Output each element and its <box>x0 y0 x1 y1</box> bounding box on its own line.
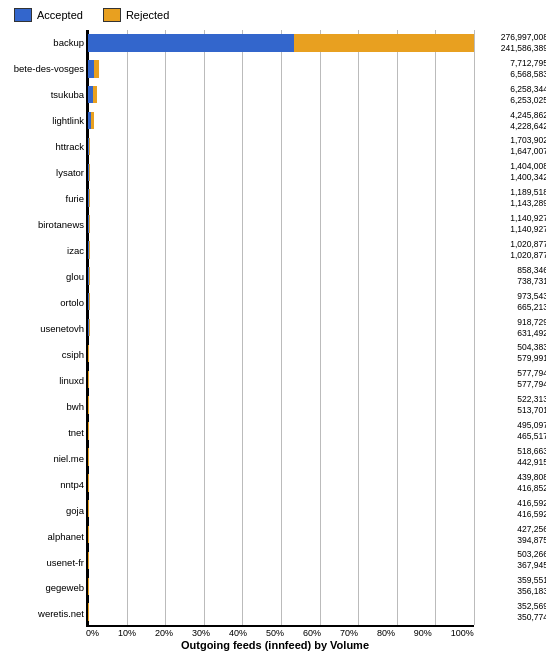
bar-accepted <box>88 34 294 52</box>
bar-row: 276,997,008241,586,389 <box>88 30 474 56</box>
x-axis-labels: 0%10%20%30%40%50%60%70%80%90%100% <box>86 627 474 638</box>
y-label: tnet <box>4 419 84 445</box>
bar-values: 503,266367,945 <box>517 549 546 571</box>
bar-values: 1,189,5181,143,289 <box>510 187 546 209</box>
bar-row: 439,808416,852 <box>88 470 474 496</box>
bar-values: 1,703,9021,647,007 <box>510 135 546 157</box>
bar-row: 4,245,8624,228,642 <box>88 108 474 134</box>
bar-row: 918,729631,492 <box>88 315 474 341</box>
y-label: ortolo <box>4 290 84 316</box>
bar-rejected <box>89 267 90 285</box>
bar-values: 427,256394,875 <box>517 524 546 546</box>
bar-row: 973,543665,213 <box>88 289 474 315</box>
bar-row: 1,404,0081,400,342 <box>88 159 474 185</box>
bar-values: 276,997,008241,586,389 <box>501 32 546 54</box>
legend-accepted: Accepted <box>14 8 83 22</box>
bar-values: 4,245,8624,228,642 <box>510 110 546 132</box>
chart-title: Outgoing feeds (innfeed) by Volume <box>4 639 546 651</box>
bar-rejected <box>89 189 90 207</box>
bar-values: 6,258,3446,253,025 <box>510 84 546 106</box>
bar-row: 495,097465,517 <box>88 418 474 444</box>
y-label: tsukuba <box>4 82 84 108</box>
bar-row: 518,663442,915 <box>88 444 474 470</box>
y-label: bete-des-vosges <box>4 56 84 82</box>
chart-container: Accepted Rejected backupbete-des-vosgest… <box>0 0 550 655</box>
y-label: csiph <box>4 341 84 367</box>
bar-values: 504,383579,991 <box>517 342 546 364</box>
bar-row: 359,551356,183 <box>88 573 474 599</box>
bar-values: 439,808416,852 <box>517 472 546 494</box>
rejected-label: Rejected <box>126 9 169 21</box>
bar-values: 858,346738,731 <box>517 265 546 287</box>
bar-row: 7,712,7956,568,583 <box>88 56 474 82</box>
y-label: backup <box>4 30 84 56</box>
grid-line <box>474 30 475 625</box>
accepted-color-box <box>14 8 32 22</box>
bars-area: 276,997,008241,586,3897,712,7956,568,583… <box>86 30 474 627</box>
bar-values: 918,729631,492 <box>517 317 546 339</box>
x-axis-label: 50% <box>266 628 284 638</box>
bar-row: 503,266367,945 <box>88 548 474 574</box>
rejected-color-box <box>103 8 121 22</box>
x-axis-label: 10% <box>118 628 136 638</box>
bar-row: 427,256394,875 <box>88 522 474 548</box>
x-axis-label: 40% <box>229 628 247 638</box>
legend-rejected: Rejected <box>103 8 169 22</box>
y-label: lightlink <box>4 108 84 134</box>
y-label: bwh <box>4 393 84 419</box>
x-axis-label: 100% <box>451 628 474 638</box>
legend: Accepted Rejected <box>4 8 546 22</box>
bar-row: 1,703,9021,647,007 <box>88 134 474 160</box>
y-label: izac <box>4 238 84 264</box>
bar-row: 352,569350,774 <box>88 599 474 625</box>
bar-values: 973,543665,213 <box>517 291 546 313</box>
bar-row: 577,794577,794 <box>88 366 474 392</box>
bar-rejected <box>89 215 90 233</box>
bar-rejected <box>89 241 90 259</box>
x-axis-label: 20% <box>155 628 173 638</box>
y-label: lysator <box>4 160 84 186</box>
bar-row: 1,020,8771,020,877 <box>88 237 474 263</box>
y-label: glou <box>4 264 84 290</box>
bar-row: 1,140,9271,140,927 <box>88 211 474 237</box>
bar-values: 359,551356,183 <box>517 575 546 597</box>
y-label: usenet-fr <box>4 549 84 575</box>
x-axis-label: 30% <box>192 628 210 638</box>
bar-rejected <box>89 293 90 311</box>
bar-values: 577,794577,794 <box>517 368 546 390</box>
bar-values: 518,663442,915 <box>517 446 546 468</box>
y-label: httrack <box>4 134 84 160</box>
bar-row: 504,383579,991 <box>88 341 474 367</box>
y-label: usenetovh <box>4 315 84 341</box>
bar-row: 6,258,3446,253,025 <box>88 82 474 108</box>
x-axis-label: 90% <box>414 628 432 638</box>
y-label: nntp4 <box>4 471 84 497</box>
bar-values: 1,020,8771,020,877 <box>510 239 546 261</box>
y-label: alphanet <box>4 523 84 549</box>
bar-rejected <box>94 60 99 78</box>
bar-values: 416,592416,592 <box>517 498 546 520</box>
bar-values: 522,313513,701 <box>517 394 546 416</box>
bar-row: 1,189,5181,143,289 <box>88 185 474 211</box>
bar-values: 352,569350,774 <box>517 601 546 623</box>
bar-values: 1,140,9271,140,927 <box>510 213 546 235</box>
bar-row: 522,313513,701 <box>88 392 474 418</box>
y-axis-labels: backupbete-des-vosgestsukubalightlinkhtt… <box>4 30 86 627</box>
x-axis-label: 80% <box>377 628 395 638</box>
x-axis-label: 0% <box>86 628 99 638</box>
bar-rejected <box>294 34 474 52</box>
y-label: furie <box>4 186 84 212</box>
bar-row: 858,346738,731 <box>88 263 474 289</box>
y-label: weretis.net <box>4 601 84 627</box>
bar-rejected <box>89 138 90 156</box>
y-label: linuxd <box>4 367 84 393</box>
bar-values: 1,404,0081,400,342 <box>510 161 546 183</box>
y-label: goja <box>4 497 84 523</box>
x-axis-label: 60% <box>303 628 321 638</box>
bar-rejected <box>91 112 94 130</box>
bar-values: 495,097465,517 <box>517 420 546 442</box>
bar-values: 7,712,7956,568,583 <box>510 58 546 80</box>
y-label: niel.me <box>4 445 84 471</box>
bar-rejected <box>89 164 90 182</box>
bar-row: 416,592416,592 <box>88 496 474 522</box>
